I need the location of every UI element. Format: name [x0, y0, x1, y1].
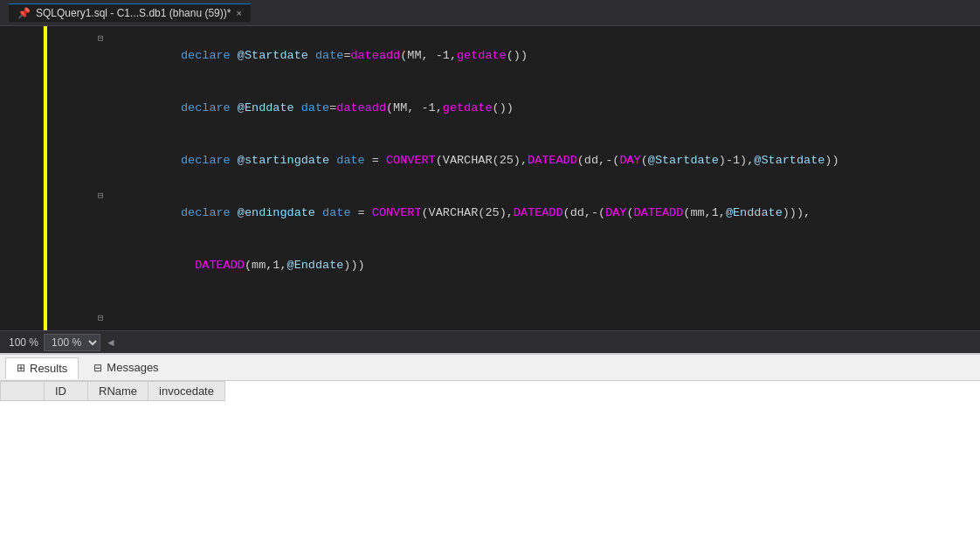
tab-sqlquery[interactable]: 📌 SQLQuery1.sql - C1...S.db1 (bhanu (59)… [9, 3, 251, 22]
results-tab-label: Results [30, 362, 67, 375]
results-table: ID RName invocedate [0, 381, 225, 401]
line-content-5: DATEADD(mm,1,@Enddate))) [110, 239, 980, 292]
results-panel: ⊞ Results ⊟ Messages ID RName invocedate [0, 353, 980, 554]
tab-pin-icon: 📌 [17, 7, 31, 19]
code-line-6 [54, 292, 980, 309]
tab-messages[interactable]: ⊟ Messages [82, 357, 169, 378]
table-header-row: ID RName invocedate [1, 382, 225, 401]
messages-tab-label: Messages [107, 361, 158, 374]
line-content-6 [110, 292, 980, 309]
collapse-3 [98, 135, 110, 152]
results-content: ID RName invocedate [0, 381, 980, 554]
collapse-6 [98, 292, 110, 309]
zoom-level: 100 % [9, 336, 38, 349]
tab-close-button[interactable]: × [236, 8, 241, 18]
editor-container: ⊟ declare @Startdate date=dateadd(MM, -1… [0, 26, 980, 353]
code-area: ⊟ declare @Startdate date=dateadd(MM, -1… [0, 26, 980, 330]
code-editor[interactable]: ⊟ declare @Startdate date=dateadd(MM, -1… [44, 26, 980, 330]
collapse-2 [98, 82, 110, 100]
collapse-4[interactable]: ⊟ [98, 187, 110, 204]
code-line-4: ⊟ declare @endingdate date = CONVERT(VAR… [54, 187, 980, 239]
yellow-indicator [44, 26, 47, 330]
header-rownum [1, 382, 45, 401]
zoom-bar: 100 % 100 % ◄ [0, 330, 980, 353]
header-invocedate: invocedate [148, 382, 225, 401]
code-line-3: declare @startingdate date = CONVERT(VAR… [54, 135, 980, 187]
results-tab-icon: ⊞ [17, 362, 25, 374]
title-bar: 📌 SQLQuery1.sql - C1...S.db1 (bhanu (59)… [0, 0, 980, 26]
line-numbers-gutter [0, 26, 44, 330]
collapse-7[interactable]: ⊟ [98, 309, 110, 327]
code-line-7: ⊟ select * from report where invocedate … [54, 309, 980, 330]
line-content-4: declare @endingdate date = CONVERT(VARCH… [110, 187, 980, 239]
results-tabs: ⊞ Results ⊟ Messages [0, 355, 980, 381]
line-content-7: select * from report where invocedate be… [110, 309, 980, 330]
header-rname: RName [88, 382, 148, 401]
code-line-2: declare @Enddate date=dateadd(MM, -1,get… [54, 82, 980, 135]
code-line-1: ⊟ declare @Startdate date=dateadd(MM, -1… [54, 30, 980, 82]
line-content-1: declare @Startdate date=dateadd(MM, -1,g… [110, 30, 980, 82]
tab-results[interactable]: ⊞ Results [5, 357, 79, 379]
collapse-5 [98, 239, 110, 257]
code-line-5: DATEADD(mm,1,@Enddate))) [54, 239, 980, 292]
line-content-2: declare @Enddate date=dateadd(MM, -1,get… [110, 82, 980, 135]
zoom-dropdown[interactable]: 100 % [44, 334, 100, 351]
line-content-3: declare @startingdate date = CONVERT(VAR… [110, 135, 980, 187]
collapse-1[interactable]: ⊟ [98, 30, 110, 47]
header-id: ID [45, 382, 88, 401]
messages-tab-icon: ⊟ [93, 362, 102, 374]
scroll-left-arrow[interactable]: ◄ [106, 336, 116, 349]
title-bar-left: 📌 SQLQuery1.sql - C1...S.db1 (bhanu (59)… [9, 3, 251, 22]
tab-title: SQLQuery1.sql - C1...S.db1 (bhanu (59))* [36, 7, 231, 19]
